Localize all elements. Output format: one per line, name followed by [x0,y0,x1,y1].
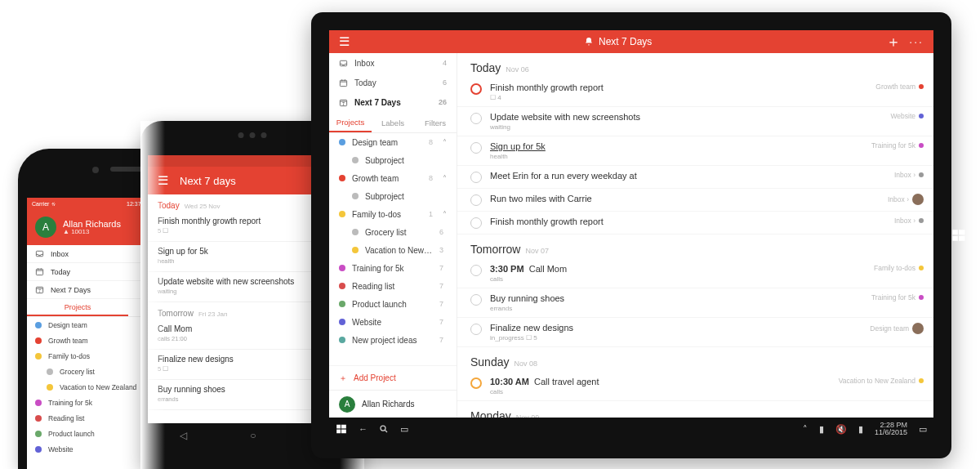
sidebar-user[interactable]: A Allan Richards [329,390,457,418]
task-checkbox[interactable] [470,142,482,154]
task-item[interactable]: Run two miles with Carrie Inbox › [457,189,933,212]
tray-up-icon[interactable]: ˄ [803,424,808,435]
project-item[interactable]: Family to-dos 1 ˄ [329,205,457,223]
task-checkbox[interactable] [470,83,482,95]
section-date: Wed 25 Nov [185,203,220,210]
svg-rect-16 [341,425,346,429]
project-label: Product launch [352,300,433,309]
tray-wifi-icon[interactable]: ▮ [819,424,824,435]
project-item[interactable]: Reading list 7 [329,277,457,295]
task-checkbox[interactable] [470,294,482,306]
page-title: Next 7 days [180,175,236,187]
assignee-avatar [912,323,924,334]
task-item[interactable]: Buy running shoes errands Training for 5… [457,288,933,318]
section-header: Tomorrow Nov 07 [457,234,933,259]
task-item[interactable]: Update website with new screenshots wait… [457,107,933,136]
task-item[interactable]: 10:30 AM Call travel agent calls Vacatio… [457,372,933,401]
task-checkbox[interactable] [470,113,482,124]
plus-icon[interactable]: ＋ [886,32,901,51]
project-item[interactable]: Product launch 7 [329,295,457,313]
sidebar-item-today[interactable]: Today 6 [329,73,457,92]
task-item[interactable]: 3:30 PM Call Mom calls Family to-dos [457,259,933,288]
task-project-tag: Inbox › [888,194,924,205]
hamburger-icon[interactable]: ☰ [339,34,350,49]
task-item[interactable]: Finish monthly growth report Inbox › [457,212,933,234]
status-carrier: Carrier ⨳ [32,201,56,207]
project-label: Vacation to New Zealand [60,383,136,391]
project-item[interactable]: Website 7 [329,313,457,331]
chevron-up-icon[interactable]: ˄ [443,138,447,147]
chevron-up-icon[interactable]: ˄ [443,174,447,183]
project-color-dot [35,400,42,406]
project-label: Training for 5k [48,399,92,407]
task-item[interactable]: Finish monthly growth report ☐ 4 Growth … [457,78,933,107]
tab-projects[interactable]: Projects [27,299,128,316]
add-project-button[interactable]: ＋ Add Project [329,365,457,390]
project-label: Reading list [48,414,84,422]
project-item[interactable]: Training for 5k 7 [329,259,457,277]
back-icon[interactable]: ◁ [180,430,187,441]
notif-icon[interactable]: ▭ [919,424,927,435]
label: Inbox [354,59,374,68]
task-item[interactable]: Sign up for 5k health Training for 5k [457,136,933,166]
task-item[interactable]: Meet Erin for a run every weekday at Inb… [457,166,933,189]
task-checkbox[interactable] [470,194,482,206]
project-item[interactable]: New project ideas 7 [329,331,457,349]
chevron-up-icon[interactable]: ˄ [443,210,447,219]
project-item[interactable]: Vacation to New Zealand 3 [329,241,457,259]
project-count: 7 [439,318,443,326]
svg-rect-12 [340,80,346,86]
project-label: Grocery list [60,368,95,376]
task-checkbox[interactable] [470,377,482,389]
project-item[interactable]: Subproject [329,187,457,205]
tray-batt-icon[interactable]: ▮ [858,424,863,435]
sidebar-item-next 7 days[interactable]: 7 Next 7 Days 26 [329,92,457,112]
tab-filters[interactable]: Filters [414,114,457,132]
project-count: 3 [439,246,443,254]
start-icon[interactable] [336,423,347,435]
task-item[interactable]: Finalize new designs in_progress ☐ 5 Des… [457,318,933,347]
svg-rect-17 [336,430,341,434]
task-meta: errands [490,305,564,312]
avatar[interactable]: A [35,217,56,238]
project-color-dot [35,446,42,453]
project-color-dot [35,431,42,437]
more-icon[interactable]: ··· [909,35,924,48]
home-icon[interactable]: ○ [250,430,256,441]
task-project-tag: Vacation to New Zealand [839,377,924,385]
task-meta: health [490,153,546,160]
tray-vol-icon[interactable]: 🔇 [835,424,847,435]
bell-icon[interactable] [584,37,594,47]
project-item[interactable]: Design team 8 ˄ [329,133,457,151]
task-checkbox[interactable] [470,265,482,276]
task-project-tag: Inbox › [894,217,924,225]
search-icon[interactable] [379,424,389,434]
tab-labels[interactable]: Labels [372,114,414,132]
back-icon[interactable]: ← [359,424,368,434]
project-item[interactable]: Grocery list 6 [329,223,457,241]
hamburger-icon[interactable]: ☰ [158,173,168,188]
taskbar-clock[interactable]: 2:28 PM 11/6/2015 [875,422,907,436]
page-title: Next 7 Days [599,36,652,47]
sidebar-item-inbox[interactable]: Inbox 4 [329,53,457,73]
project-color-dot [35,353,42,360]
project-color-dot [919,143,924,148]
user-name: Allan Richards [362,400,414,409]
task-checkbox[interactable] [470,172,482,183]
section-name: Today [470,61,501,74]
project-item[interactable]: Subproject [329,151,457,169]
windows-button-icon[interactable] [951,228,966,243]
project-item[interactable]: Growth team 8 ˄ [329,169,457,187]
project-color-dot [919,266,924,270]
tab-projects[interactable]: Projects [329,114,372,132]
plus-icon: ＋ [339,373,347,384]
project-label: Design team [48,321,87,329]
task-checkbox[interactable] [470,324,482,335]
task-meta: calls [490,388,599,395]
svg-text:7: 7 [38,289,41,293]
task-checkbox[interactable] [470,217,482,229]
project-label: Design team [352,138,422,147]
sidebar-tabs: ProjectsLabelsFilters [329,114,457,133]
taskview-icon[interactable]: ▭ [400,424,408,435]
task-title: Sign up for 5k [490,141,546,151]
